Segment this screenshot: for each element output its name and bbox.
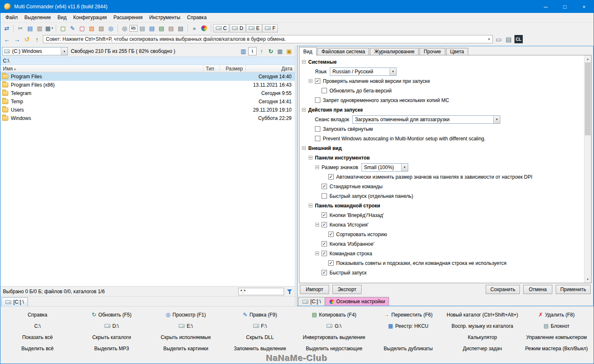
function-button[interactable]: Выделить MP3 (75, 343, 149, 354)
filter-funnel-icon[interactable] (287, 289, 292, 294)
file-row[interactable]: Users29.11.2019 19:10 (0, 106, 295, 114)
function-button[interactable]: Управление компьютером (519, 332, 594, 343)
column-name[interactable]: Имя▴ (0, 65, 203, 72)
keyboard-chip[interactable]: kb (130, 25, 137, 32)
checkbox[interactable] (315, 136, 320, 141)
apply-button[interactable]: Применить (556, 285, 591, 294)
scrollbar-thumb[interactable] (585, 62, 591, 135)
tab-settings[interactable]: Основные настройки (325, 297, 389, 306)
function-button[interactable]: Режим мастера (Вкл/Выкл) (519, 343, 594, 354)
checkbox[interactable]: ✓ (322, 251, 327, 256)
search-icon[interactable]: ◎ (120, 24, 129, 33)
menu-tools[interactable]: Инструменты (146, 13, 184, 22)
forward-icon[interactable]: → (13, 35, 21, 43)
drive-f-button[interactable]: F (262, 24, 278, 32)
checkbox[interactable]: ✓ (328, 232, 334, 237)
drive-c-button[interactable]: C (213, 24, 230, 32)
copy-icon[interactable]: ▤ (25, 24, 35, 33)
checkbox[interactable] (315, 126, 320, 132)
refresh-icon[interactable]: ⇄ (2, 24, 11, 33)
function-button[interactable]: Показать всё (0, 332, 75, 343)
tab-drive-c[interactable]: [C:] \ (298, 297, 325, 306)
function-button[interactable]: Скрыть исполняемые (149, 332, 223, 343)
tree-collapse-icon[interactable] (302, 60, 308, 64)
tree-collapse-icon[interactable] (315, 223, 322, 227)
function-button[interactable]: ✎Правка (F9) (223, 309, 297, 320)
log-window-icon[interactable]: ▤ (504, 35, 513, 43)
checkbox[interactable] (315, 97, 320, 103)
dropdown-arrow-icon[interactable]: ▾ (486, 37, 492, 41)
function-button[interactable]: Справка (0, 309, 75, 320)
function-button[interactable]: Выделить недостающие (297, 343, 371, 354)
ftp-globe-icon[interactable]: ● (190, 24, 199, 33)
function-button[interactable]: ↻Обновить (F5) (75, 309, 149, 320)
delete-file-icon[interactable]: ▢ (77, 24, 87, 33)
menu-configuration[interactable]: Конфигурация (70, 13, 110, 22)
function-button[interactable]: Диспетчер задач (445, 343, 519, 354)
tab-drive-c[interactable]: [C:] \ (1, 297, 28, 306)
checksum-icon[interactable]: ▤ (157, 24, 166, 33)
parent-folder-icon[interactable]: ↑ (257, 47, 266, 55)
new-file-icon[interactable]: ▢ (58, 24, 67, 33)
tab-view[interactable]: Вид (299, 47, 317, 55)
drive-d-button[interactable]: D (230, 24, 246, 32)
function-button[interactable]: D:\ (75, 320, 149, 332)
checkbox[interactable]: ✓ (322, 241, 327, 247)
function-button[interactable]: F:\ (223, 320, 297, 332)
checkbox[interactable]: ✓ (315, 78, 320, 84)
icon-size-dropdown[interactable]: Small (100%)▾ (362, 163, 408, 172)
tree-collapse-icon[interactable] (315, 252, 322, 255)
paste-icon[interactable]: ▥ (35, 24, 44, 33)
function-button[interactable]: ◎Просмотр (F1) (149, 309, 223, 320)
file-row[interactable]: WindowsСуббота 22:29 (0, 114, 295, 122)
filter-input[interactable] (238, 288, 284, 295)
drive-e-button[interactable]: E (246, 24, 262, 32)
report-icon[interactable]: ▤ (147, 24, 157, 33)
refresh-panel-icon[interactable]: ↻ (267, 47, 275, 55)
column-date[interactable]: Дата (246, 65, 295, 72)
function-button[interactable]: ✗Удалить (F8) (519, 309, 594, 320)
menu-file[interactable]: Файл (2, 13, 21, 22)
tree-collapse-icon[interactable] (309, 204, 315, 207)
color-wheel-icon[interactable] (200, 24, 209, 33)
parent-folder-icon[interactable]: ↑ (33, 35, 41, 43)
tab-file-system[interactable]: Файловая система (317, 48, 369, 55)
checkbox[interactable]: ✓ (322, 212, 327, 218)
import-button[interactable]: Импорт (300, 285, 329, 294)
current-path[interactable]: C:\ (0, 57, 295, 65)
function-button[interactable]: Выделить всё (0, 343, 75, 354)
tree-collapse-icon[interactable] (309, 156, 315, 160)
file-row[interactable]: Program FilesСегодня 14:40 (0, 72, 295, 81)
find-in-files-icon[interactable]: ◎ (106, 24, 115, 33)
tree-collapse-icon[interactable] (309, 79, 315, 83)
cancel-button[interactable]: Отмена (523, 285, 552, 294)
tab-colors[interactable]: Цвета (446, 48, 468, 55)
function-button[interactable]: Скрыть каталоги (75, 332, 149, 343)
unpack-icon[interactable]: ▧ (97, 24, 106, 33)
display-settings-icon[interactable]: ▭ (494, 35, 503, 43)
tab-other[interactable]: Прочие (419, 48, 445, 55)
view-grid-icon[interactable]: ▦ (276, 47, 284, 55)
edit-file-icon[interactable]: ✎ (68, 24, 77, 33)
pack-icon[interactable]: ▨ (87, 24, 96, 33)
command-line-chip[interactable]: CL (514, 35, 523, 43)
tab-logging[interactable]: Журналирование (370, 48, 419, 55)
language-dropdown[interactable]: Russian / Русский▾ (330, 67, 397, 76)
file-row[interactable]: Program Files (x86)13.11.2021 16:43 (0, 81, 295, 89)
function-button[interactable]: Калькулятор (445, 332, 519, 343)
function-button[interactable]: Воспр. музыку из каталога (445, 320, 519, 332)
function-button[interactable]: Новый каталог (Ctrl+Shift+Alt+) (445, 309, 519, 320)
checkbox[interactable]: ✓ (322, 222, 327, 227)
checkbox[interactable] (322, 88, 327, 93)
root-button[interactable]: \ (248, 47, 257, 55)
settings-scrollbar[interactable]: ▲ ▼ (584, 55, 591, 283)
minimize-button[interactable]: ─ (536, 0, 555, 13)
back-icon[interactable]: ← (3, 35, 11, 43)
function-button[interactable]: C:\ (0, 320, 75, 332)
function-button[interactable]: Инвертировать выделение (297, 332, 371, 343)
function-button[interactable]: E:\ (149, 320, 223, 332)
menu-view[interactable]: Вид (54, 13, 70, 22)
scroll-up-icon[interactable]: ▲ (584, 55, 591, 62)
menu-selection[interactable]: Выделение (21, 13, 55, 22)
export-button[interactable]: Экспорт (332, 285, 362, 294)
